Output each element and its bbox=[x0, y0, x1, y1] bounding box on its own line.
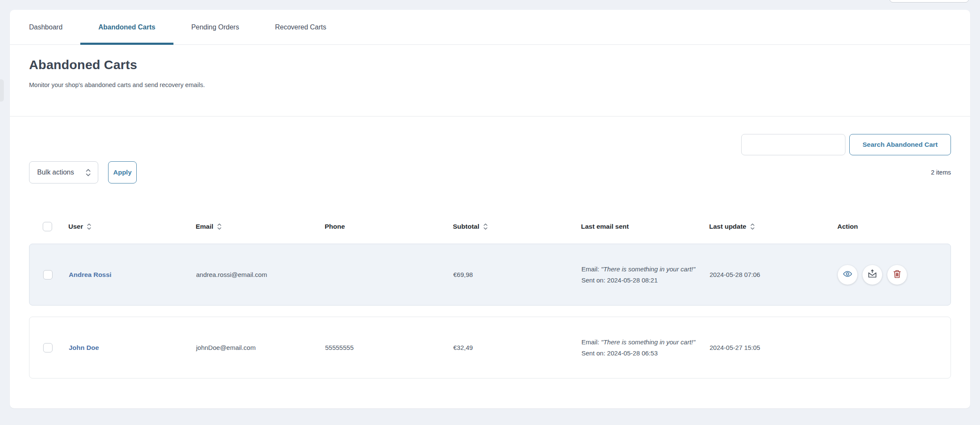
tab-recovered-carts[interactable]: Recovered Carts bbox=[257, 10, 344, 44]
last-email-sent-cell: Email: "There is something in your cart!… bbox=[581, 264, 706, 286]
page-title: Abandoned Carts bbox=[29, 58, 951, 72]
row-checkbox[interactable] bbox=[43, 343, 53, 352]
row-actions bbox=[838, 265, 951, 285]
table-row: Andrea Rossi andrea.rossi@email.com €69,… bbox=[29, 244, 951, 306]
eye-icon bbox=[842, 269, 853, 280]
search-abandoned-cart-button[interactable]: Search Abandoned Cart bbox=[849, 134, 951, 155]
column-header-email[interactable]: Email bbox=[196, 223, 325, 230]
page-header: Abandoned Carts Monitor your shop's aban… bbox=[10, 45, 970, 116]
sort-icon[interactable] bbox=[750, 223, 755, 230]
last-email-subject: "There is something in your cart!" bbox=[601, 265, 695, 273]
send-email-icon bbox=[867, 269, 877, 280]
trash-icon bbox=[892, 269, 902, 280]
last-update-cell: 2024-05-28 07:06 bbox=[710, 271, 838, 278]
user-link[interactable]: John Doe bbox=[69, 344, 99, 351]
last-update-cell: 2024-05-27 15:05 bbox=[710, 344, 838, 351]
apply-button[interactable]: Apply bbox=[108, 161, 137, 183]
toolbar-row: Bulk actions Apply 2 items bbox=[29, 161, 951, 183]
column-header-last-update[interactable]: Last update bbox=[709, 223, 837, 230]
last-email-sent-cell: Email: "There is something in your cart!… bbox=[581, 337, 706, 359]
table-header: User Email Phone bbox=[29, 219, 951, 234]
page: Dashboard Abandoned Carts Pending Orders… bbox=[0, 0, 980, 425]
last-email-label: Email: bbox=[581, 338, 601, 346]
row-checkbox[interactable] bbox=[43, 270, 53, 279]
table-row: John Doe johnDoe@email.com 55555555 €32,… bbox=[29, 317, 951, 378]
sort-icon[interactable] bbox=[87, 223, 91, 230]
search-input[interactable] bbox=[741, 134, 845, 155]
email-cell: andrea.rossi@email.com bbox=[196, 271, 325, 278]
abandoned-carts-table: User Email Phone bbox=[29, 219, 951, 378]
page-subtitle: Monitor your shop's abandoned carts and … bbox=[29, 82, 951, 88]
tab-pending-orders[interactable]: Pending Orders bbox=[173, 10, 257, 44]
bulk-actions-group: Bulk actions Apply bbox=[29, 161, 137, 183]
view-cart-button[interactable] bbox=[838, 265, 857, 285]
chevron-up-down-icon bbox=[85, 169, 91, 177]
bulk-actions-select[interactable]: Bulk actions bbox=[29, 161, 98, 183]
phone-cell: 55555555 bbox=[325, 344, 453, 351]
column-label: Action bbox=[837, 223, 858, 230]
column-header-phone: Phone bbox=[325, 223, 453, 230]
column-label: Phone bbox=[325, 223, 345, 230]
search-row: Search Abandoned Cart bbox=[29, 134, 951, 155]
sort-icon[interactable] bbox=[217, 223, 222, 230]
email-cell: johnDoe@email.com bbox=[196, 344, 325, 351]
partial-topright-button[interactable] bbox=[889, 0, 969, 3]
content: Search Abandoned Cart Bulk actions Apply… bbox=[10, 134, 970, 378]
delete-cart-button[interactable] bbox=[887, 265, 907, 285]
tab-bar: Dashboard Abandoned Carts Pending Orders… bbox=[10, 10, 970, 45]
column-header-subtotal[interactable]: Subtotal bbox=[453, 223, 581, 230]
send-recovery-email-button[interactable] bbox=[863, 265, 882, 285]
bulk-actions-label: Bulk actions bbox=[37, 169, 74, 176]
select-all-checkbox[interactable] bbox=[43, 222, 52, 231]
sent-on: Sent on: 2024-05-28 08:21 bbox=[581, 275, 706, 286]
column-header-action: Action bbox=[837, 223, 951, 230]
last-email-label: Email: bbox=[581, 265, 601, 273]
sent-on: Sent on: 2024-05-28 06:53 bbox=[581, 348, 706, 359]
column-label: Last update bbox=[709, 223, 746, 230]
column-header-last-email-sent: Last email sent bbox=[581, 223, 709, 230]
column-label: Email bbox=[196, 223, 213, 230]
items-count: 2 items bbox=[931, 169, 951, 176]
column-label: Last email sent bbox=[581, 223, 629, 230]
user-link[interactable]: Andrea Rossi bbox=[69, 271, 111, 278]
last-email-subject: "There is something in your cart!" bbox=[601, 338, 695, 346]
tab-abandoned-carts[interactable]: Abandoned Carts bbox=[80, 10, 173, 44]
tab-dashboard[interactable]: Dashboard bbox=[11, 10, 80, 44]
subtotal-cell: €32,49 bbox=[453, 344, 581, 351]
column-label: Subtotal bbox=[453, 223, 479, 230]
column-header-user[interactable]: User bbox=[68, 223, 196, 230]
sort-icon[interactable] bbox=[483, 223, 488, 230]
main-card: Dashboard Abandoned Carts Pending Orders… bbox=[10, 10, 970, 408]
subtotal-cell: €69,98 bbox=[453, 271, 581, 278]
collapsed-sidebar-handle[interactable] bbox=[0, 79, 4, 102]
column-label: User bbox=[68, 223, 83, 230]
